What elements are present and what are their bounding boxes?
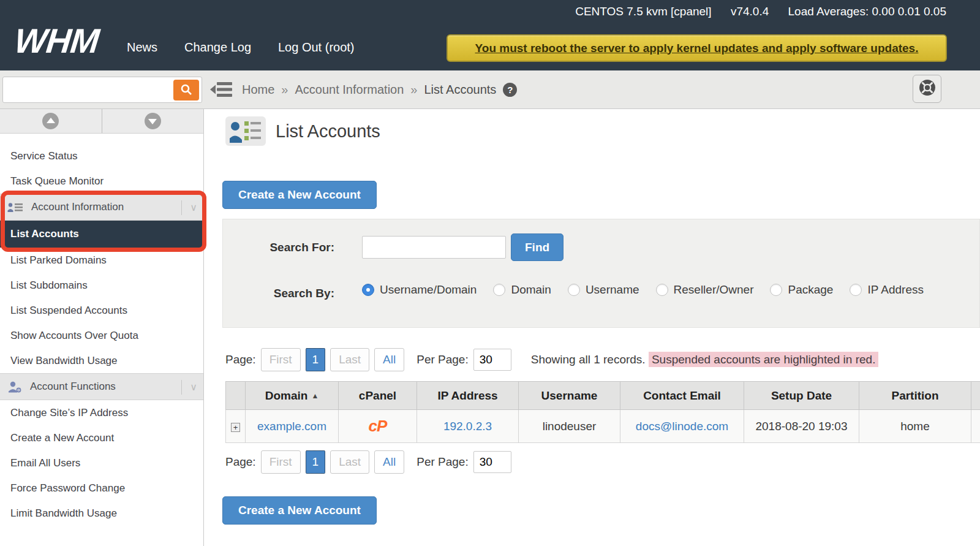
radio-icon[interactable] xyxy=(850,284,862,296)
partition-cell: home xyxy=(859,410,971,443)
radio-package[interactable]: Package xyxy=(770,283,833,297)
sidebar-scroll-down-button[interactable] xyxy=(102,109,204,133)
sidebar-item-list-parked-domains[interactable]: List Parked Domains xyxy=(0,248,203,273)
sidebar-item-limit-bandwidth-usage[interactable]: Limit Bandwidth Usage xyxy=(0,501,203,526)
per-page-input[interactable] xyxy=(473,349,511,371)
radio-icon[interactable] xyxy=(656,284,668,296)
radio-domain[interactable]: Domain xyxy=(493,283,551,297)
system-info: CENTOS 7.5 kvm [cpanel] v74.0.4 Load Ave… xyxy=(559,5,946,18)
breadcrumb-toolbar: Home » Account Information » List Accoun… xyxy=(0,70,980,109)
radio-username[interactable]: Username xyxy=(568,283,639,297)
domain-link[interactable]: example.com xyxy=(257,420,326,433)
per-page-label: Per Page: xyxy=(417,455,469,469)
whm-logo[interactable]: WHM xyxy=(13,21,101,61)
create-account-button-top[interactable]: Create a New Account xyxy=(222,181,377,209)
table-header-cpanel[interactable]: cPanel xyxy=(339,382,417,410)
table-header-partition[interactable]: Partition xyxy=(859,382,971,410)
breadcrumb-separator: » xyxy=(281,83,288,97)
sidebar-scroll-up-button[interactable] xyxy=(0,109,102,133)
radio-icon[interactable] xyxy=(568,284,580,296)
table-header-username[interactable]: Username xyxy=(519,382,620,410)
sidebar-menu: Service Status Task Queue Monitor Accoun… xyxy=(0,143,203,526)
table-header-setup-date[interactable]: Setup Date xyxy=(744,382,859,410)
all-pages-button[interactable]: All xyxy=(374,348,404,371)
ip-cell: 192.0.2.3 xyxy=(417,410,519,443)
expand-row-button[interactable]: + xyxy=(231,423,240,432)
current-page-button[interactable]: 1 xyxy=(306,450,326,474)
per-page-input[interactable] xyxy=(473,451,511,473)
sort-asc-icon: ▲ xyxy=(311,392,318,400)
sidebar-section-label: Account Functions xyxy=(30,381,116,393)
quick-search-input[interactable] xyxy=(7,79,171,100)
help-icon[interactable]: ? xyxy=(503,83,517,97)
first-page-button[interactable]: First xyxy=(261,348,301,371)
radio-ip-address[interactable]: IP Address xyxy=(850,283,924,297)
page-label: Page: xyxy=(225,353,256,366)
table-header-contact-email[interactable]: Contact Email xyxy=(620,382,744,410)
reboot-alert-banner[interactable]: You must reboot the server to apply kern… xyxy=(447,34,947,62)
quick-search-button[interactable] xyxy=(173,80,199,100)
sidebar-item-create-a-new-account[interactable]: Create a New Account xyxy=(0,425,203,450)
search-icon xyxy=(180,83,192,97)
breadcrumb-current-page: List Accounts xyxy=(424,83,496,97)
sidebar-section-account-information[interactable]: Account Information ∨ xyxy=(0,194,203,221)
pagination-bottom: Page: First 1 Last All Per Page: xyxy=(225,450,511,474)
radio-reseller-owner[interactable]: Reseller/Owner xyxy=(656,283,754,297)
radio-username-domain[interactable]: Username/Domain xyxy=(362,283,477,297)
first-page-button[interactable]: First xyxy=(261,450,301,474)
main-content: List Accounts Create a New Account Searc… xyxy=(205,109,980,546)
sidebar-item-show-accounts-over-quota[interactable]: Show Accounts Over Quota xyxy=(0,323,203,348)
chevron-down-icon[interactable]: ∨ xyxy=(181,380,197,395)
suspended-note: Suspended accounts are highlighted in re… xyxy=(649,352,878,367)
sidebar-item-email-all-users[interactable]: Email All Users xyxy=(0,450,203,476)
support-button[interactable] xyxy=(913,75,941,103)
sidebar-item-change-sites-ip-address[interactable]: Change Site’s IP Address xyxy=(0,400,203,425)
account-search-panel: Search For: Find Search By: Username/Dom… xyxy=(222,219,980,328)
collapse-sidebar-icon[interactable] xyxy=(210,81,232,100)
current-page-button[interactable]: 1 xyxy=(306,348,326,371)
sidebar-item-view-bandwidth-usage[interactable]: View Bandwidth Usage xyxy=(0,348,203,373)
expand-cell: + xyxy=(226,410,246,443)
cpanel-logo-icon[interactable]: cP xyxy=(369,417,387,435)
sidebar-item-force-password-change[interactable]: Force Password Change xyxy=(0,476,203,501)
breadcrumb-home[interactable]: Home xyxy=(242,83,274,97)
table-header-domain[interactable]: Domain▲ xyxy=(246,382,339,410)
pagination-top: Page: First 1 Last All Per Page: Showing… xyxy=(225,348,878,371)
load-averages: Load Averages: 0.00 0.01 0.05 xyxy=(788,5,946,18)
table-header-ip-address[interactable]: IP Address xyxy=(417,382,519,410)
search-for-input[interactable] xyxy=(362,236,506,259)
sidebar-item-list-accounts[interactable]: List Accounts xyxy=(0,221,203,248)
nav-change-log[interactable]: Change Log xyxy=(184,40,251,55)
radio-selected-icon[interactable] xyxy=(362,284,374,296)
nav-news[interactable]: News xyxy=(127,40,157,55)
os-info: CENTOS 7.5 kvm [cpanel] xyxy=(575,5,711,18)
last-page-button[interactable]: Last xyxy=(330,450,369,474)
find-button[interactable]: Find xyxy=(511,233,564,261)
sidebar-section-account-functions[interactable]: Account Functions ∨ xyxy=(0,373,203,400)
search-by-radio-group: Username/Domain Domain Username Reseller… xyxy=(362,283,924,297)
breadcrumb-account-information[interactable]: Account Information xyxy=(295,83,404,97)
last-page-button[interactable]: Last xyxy=(330,348,369,371)
all-pages-button[interactable]: All xyxy=(374,450,404,474)
page-title-row: List Accounts xyxy=(225,116,380,146)
email-cell: docs@linode.com xyxy=(620,410,744,443)
create-account-button-bottom[interactable]: Create a New Account xyxy=(222,496,377,525)
nav-log-out[interactable]: Log Out (root) xyxy=(278,40,355,55)
app-header: CENTOS 7.5 kvm [cpanel] v74.0.4 Load Ave… xyxy=(0,0,980,70)
records-summary: Showing all 1 records. Suspended account… xyxy=(531,353,879,366)
sidebar-item-service-status[interactable]: Service Status xyxy=(0,143,203,169)
radio-icon[interactable] xyxy=(770,284,782,296)
search-by-label: Search By: xyxy=(223,287,334,300)
sidebar-section-label: Account Information xyxy=(31,201,124,213)
sidebar-item-task-queue-monitor[interactable]: Task Queue Monitor xyxy=(0,169,203,194)
chevron-down-icon[interactable]: ∨ xyxy=(181,200,197,215)
page-title: List Accounts xyxy=(276,121,380,142)
radio-icon[interactable] xyxy=(493,284,505,296)
sidebar: Service Status Task Queue Monitor Accoun… xyxy=(0,109,204,546)
contact-email-link[interactable]: docs@linode.com xyxy=(636,420,728,433)
sidebar-item-list-subdomains[interactable]: List Subdomains xyxy=(0,273,203,298)
sidebar-item-list-suspended-accounts[interactable]: List Suspended Accounts xyxy=(0,298,203,323)
ip-address-link[interactable]: 192.0.2.3 xyxy=(443,420,492,433)
breadcrumb-separator: » xyxy=(410,83,417,97)
quick-search-box xyxy=(2,77,202,103)
